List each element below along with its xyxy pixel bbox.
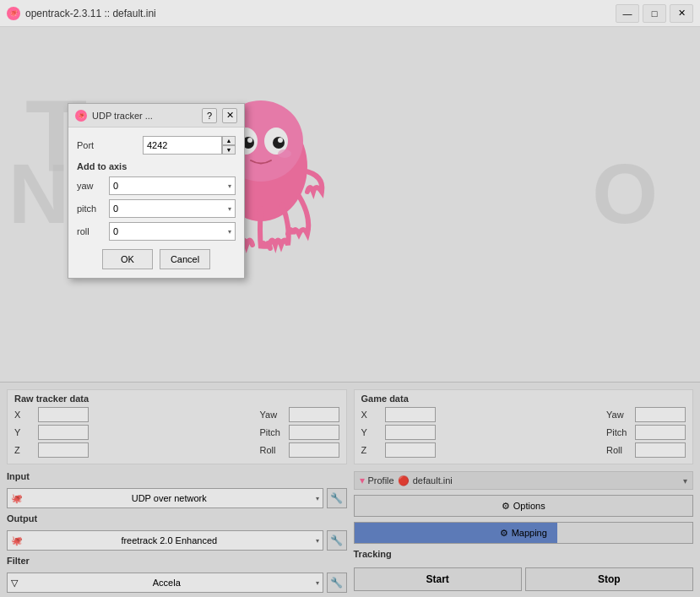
yaw-axis-select[interactable]: 0 ▾ xyxy=(109,176,236,195)
port-down-button[interactable]: ▼ xyxy=(222,145,236,155)
port-up-button[interactable]: ▲ xyxy=(222,136,236,145)
dialog-title-bar: 🐙 UDP tracker ... ? ✕ xyxy=(68,104,244,128)
roll-axis-label: roll xyxy=(77,226,102,236)
yaw-axis-value: 0 xyxy=(113,181,118,191)
pitch-axis-select[interactable]: 0 ▾ xyxy=(109,199,236,218)
port-input[interactable]: 4242 xyxy=(143,136,222,155)
dialog-close-button[interactable]: ✕ xyxy=(222,108,237,123)
minimize-button[interactable]: — xyxy=(616,4,639,23)
dialog-title: UDP tracker ... xyxy=(92,111,197,121)
port-row: Port 4242 ▲ ▼ xyxy=(77,136,236,155)
yaw-axis-label: yaw xyxy=(77,181,102,191)
cancel-button[interactable]: Cancel xyxy=(160,249,210,269)
dialog-help-button[interactable]: ? xyxy=(202,108,217,123)
port-value: 4242 xyxy=(147,140,167,150)
add-to-axis-label: Add to axis xyxy=(77,161,236,171)
close-button[interactable]: ✕ xyxy=(670,4,693,23)
pitch-axis-label: pitch xyxy=(77,204,102,214)
pitch-axis-chevron-icon: ▾ xyxy=(228,205,231,213)
port-spinner: ▲ ▼ xyxy=(222,136,236,155)
roll-axis-value: 0 xyxy=(113,226,118,236)
dialog-app-icon: 🐙 xyxy=(75,110,87,122)
roll-axis-chevron-icon: ▾ xyxy=(228,228,231,236)
yaw-axis-row: yaw 0 ▾ xyxy=(77,176,236,195)
title-bar: 🐙 opentrack-2.3.11 :: default.ini — □ ✕ xyxy=(0,0,700,27)
roll-axis-row: roll 0 ▾ xyxy=(77,222,236,241)
app-icon: 🐙 xyxy=(7,7,20,20)
udp-tracker-dialog: 🐙 UDP tracker ... ? ✕ Port 4242 ▲ ▼ xyxy=(68,103,245,279)
yaw-axis-chevron-icon: ▾ xyxy=(228,182,231,190)
dialog-body: Port 4242 ▲ ▼ Add to axis yaw 0 xyxy=(68,128,244,278)
pitch-axis-row: pitch 0 ▾ xyxy=(77,199,236,218)
roll-axis-select[interactable]: 0 ▾ xyxy=(109,222,236,241)
window-title: opentrack-2.3.11 :: default.ini xyxy=(25,8,616,19)
dialog-buttons: OK Cancel xyxy=(77,249,236,269)
pitch-axis-value: 0 xyxy=(113,204,118,214)
window-controls: — □ ✕ xyxy=(616,4,693,23)
ok-button[interactable]: OK xyxy=(102,249,153,269)
port-label: Port xyxy=(77,140,136,150)
main-content: T NO O Yaw pitch Pitch Roll Pitch Roll xyxy=(0,27,700,597)
maximize-button[interactable]: □ xyxy=(643,4,666,23)
